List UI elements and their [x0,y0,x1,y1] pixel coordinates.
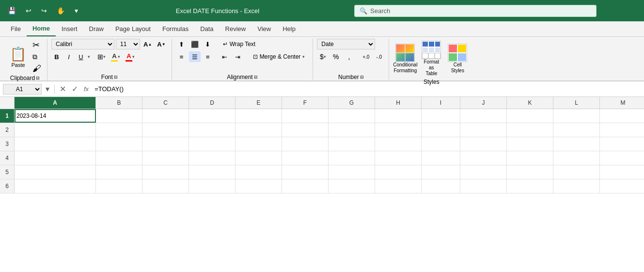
save-button[interactable]: 💾 [5,6,19,16]
cell-L2[interactable] [553,123,600,137]
underline-button[interactable]: U [76,51,86,62]
row-num-1[interactable]: 1 [0,109,15,123]
cell-B4[interactable] [96,151,142,165]
cell-L6[interactable] [553,179,600,193]
comma-button[interactable]: , [343,51,355,62]
search-box[interactable]: 🔍 Search [354,5,597,17]
row-num-3[interactable]: 3 [0,137,15,151]
cell-I3[interactable] [422,137,460,151]
cell-E1[interactable] [236,109,282,123]
number-format-select[interactable]: Date [317,39,375,49]
cell-G2[interactable] [329,123,375,137]
indent-increase-button[interactable]: ⇥ [232,51,244,62]
cell-A2[interactable] [15,123,96,137]
cell-I6[interactable] [422,179,460,193]
cell-E6[interactable] [236,179,282,193]
cell-B1[interactable] [96,109,142,123]
col-header-H[interactable]: H [375,97,422,109]
bold-button[interactable]: B [51,51,62,62]
currency-button[interactable]: $ ▾ [317,51,329,62]
col-header-L[interactable]: L [553,97,600,109]
expand-ref-button[interactable]: ▾ [44,83,51,95]
cancel-formula-button[interactable]: ✕ [58,83,68,95]
merge-center-button[interactable]: ⊡ Merge & Center ▾ [249,52,309,61]
col-header-E[interactable]: E [236,97,282,109]
clipboard-expand-icon[interactable]: ⊟ [36,76,40,80]
wrap-text-button[interactable]: ↵ Wrap Text [219,40,260,48]
row-num-6[interactable]: 6 [0,179,15,193]
decrease-decimal-button[interactable]: -.0 [373,51,385,62]
conditional-formatting-button[interactable]: ConditionalFormatting [393,42,417,76]
format-painter-button[interactable]: 🖌 [31,63,43,75]
borders-button[interactable]: ⊞ ▾ [95,51,108,62]
col-header-K[interactable]: K [507,97,553,109]
col-header-C[interactable]: C [142,97,189,109]
cell-F4[interactable] [282,151,329,165]
center-align-button[interactable]: ☰ [189,51,201,62]
cell-A3[interactable] [15,137,96,151]
copy-button[interactable]: ⧉ [31,52,43,62]
cell-H1[interactable] [375,109,422,123]
increase-font-button[interactable]: A▲ [141,39,154,49]
cell-H4[interactable] [375,151,422,165]
cell-J2[interactable] [460,123,507,137]
touch-button[interactable]: ✋ [54,6,68,16]
cell-B2[interactable] [96,123,142,137]
col-header-G[interactable]: G [329,97,375,109]
cell-K6[interactable] [507,179,553,193]
cell-J4[interactable] [460,151,507,165]
cell-D2[interactable] [189,123,236,137]
row-num-5[interactable]: 5 [0,165,15,179]
cell-K2[interactable] [507,123,553,137]
right-align-button[interactable]: ≡ [202,51,214,62]
cell-L5[interactable] [553,165,600,179]
fill-color-button[interactable]: A ▾ [109,51,122,62]
format-table-button[interactable]: Format asTable [419,39,443,79]
cell-H3[interactable] [375,137,422,151]
cell-A4[interactable] [15,151,96,165]
cell-F5[interactable] [282,165,329,179]
bottom-align-button[interactable]: ⬇ [202,39,214,49]
cell-G5[interactable] [329,165,375,179]
cell-A6[interactable] [15,179,96,193]
cell-A5[interactable] [15,165,96,179]
cell-J1[interactable] [460,109,507,123]
row-num-4[interactable]: 4 [0,151,15,165]
underline-arrow[interactable]: ▾ [88,54,90,59]
col-header-J[interactable]: J [460,97,507,109]
cell-C6[interactable] [142,179,189,193]
cell-K5[interactable] [507,165,553,179]
tab-formulas[interactable]: Formulas [157,21,194,36]
tab-help[interactable]: Help [277,21,301,36]
cell-M3[interactable] [600,137,644,151]
cell-reference-select[interactable]: A1 [3,84,42,95]
cell-J6[interactable] [460,179,507,193]
cell-L4[interactable] [553,151,600,165]
cell-D1[interactable] [189,109,236,123]
cell-F6[interactable] [282,179,329,193]
cell-L3[interactable] [553,137,600,151]
cell-B6[interactable] [96,179,142,193]
percent-button[interactable]: % [330,51,342,62]
indent-decrease-button[interactable]: ⇤ [219,51,231,62]
row-num-2[interactable]: 2 [0,123,15,137]
cell-B3[interactable] [96,137,142,151]
cell-D5[interactable] [189,165,236,179]
cell-G4[interactable] [329,151,375,165]
cell-C4[interactable] [142,151,189,165]
cell-D4[interactable] [189,151,236,165]
tab-view[interactable]: View [251,21,277,36]
cell-C1[interactable] [142,109,189,123]
cell-D6[interactable] [189,179,236,193]
cell-F3[interactable] [282,137,329,151]
col-header-B[interactable]: B [96,97,142,109]
number-expand-icon[interactable]: ⊟ [360,75,364,80]
cell-D3[interactable] [189,137,236,151]
cell-I1[interactable] [422,109,460,123]
middle-align-button[interactable]: ⬛ [189,39,201,49]
decrease-font-button[interactable]: A▼ [155,39,167,49]
more-button[interactable]: ▾ [72,6,81,16]
undo-button[interactable]: ↩ [23,6,34,16]
cell-G3[interactable] [329,137,375,151]
cell-M4[interactable] [600,151,644,165]
